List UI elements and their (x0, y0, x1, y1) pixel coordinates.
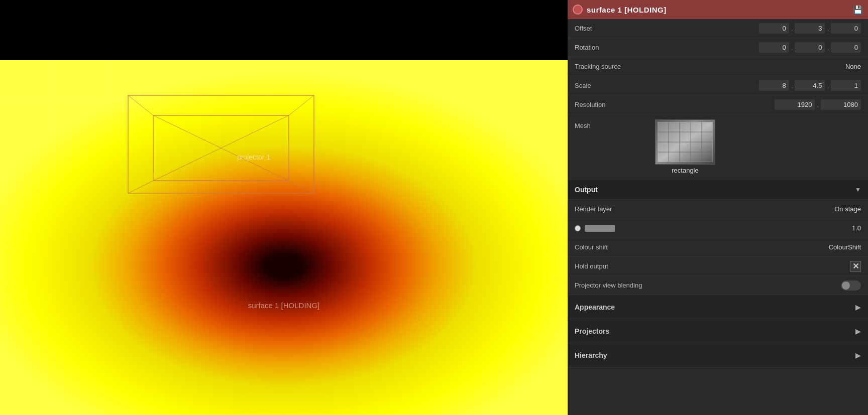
hierarchy-label: Hierarchy (575, 351, 607, 359)
hold-output-controls: ✕ (655, 261, 861, 272)
output-chevron-icon: ▼ (855, 186, 861, 193)
output-section-header[interactable]: Output ▼ (568, 180, 868, 200)
resolution-h-field[interactable] (821, 99, 861, 110)
scale-label: Scale (575, 82, 655, 89)
intensity-value-display: 1.0 (615, 224, 861, 232)
viewport-canvas: projector 1 surface 1 [HOLDING] (0, 60, 568, 415)
tracking-source-label: Tracking source (575, 63, 655, 70)
scale-row: Scale , , (568, 76, 868, 95)
colour-shift-text[interactable]: ColourShift (829, 243, 861, 251)
scale-x-field[interactable] (759, 80, 789, 91)
intensity-controls[interactable] (575, 225, 615, 232)
projector-view-blending-row: Projector view blending (568, 276, 868, 295)
intensity-value: 1.0 (852, 224, 861, 232)
title-bar-left: surface 1 [HOLDING] (573, 5, 667, 15)
save-icon[interactable]: 💾 (853, 5, 863, 15)
hold-output-row: Hold output ✕ (568, 257, 868, 276)
rotation-z-field[interactable] (831, 42, 861, 53)
rotation-values: , , (655, 42, 861, 53)
projectors-section[interactable]: Projectors ▶ (568, 319, 868, 343)
mesh-row: Mesh (568, 114, 868, 180)
render-layer-text[interactable]: On stage (834, 205, 861, 213)
offset-values: , , (655, 23, 861, 34)
svg-rect-17 (128, 95, 314, 193)
intensity-row: 1.0 (568, 219, 868, 238)
projectors-arrow-icon: ▶ (855, 327, 861, 335)
mesh-container[interactable]: rectangle (655, 119, 715, 174)
rotation-x-field[interactable] (759, 42, 789, 53)
resolution-values: , (655, 99, 861, 110)
scale-values: , , (655, 80, 861, 91)
tracking-source-text[interactable]: None (845, 63, 861, 70)
pvb-label: Projector view blending (575, 282, 685, 289)
colour-shift-value: ColourShift (655, 243, 861, 251)
svg-line-20 (289, 95, 314, 115)
intensity-slider[interactable] (585, 225, 615, 232)
surface-label: surface 1 [HOLDING] (0, 301, 568, 310)
title-bar: surface 1 [HOLDING] 💾 (568, 0, 868, 19)
rotation-label: Rotation (575, 44, 655, 51)
svg-line-21 (128, 181, 153, 193)
appearance-arrow-icon: ▶ (855, 303, 861, 311)
projector-label: projector 1 (211, 153, 296, 161)
tracking-source-row: Tracking source None (568, 57, 868, 76)
pvb-toggle-container (685, 281, 861, 291)
resolution-w-field[interactable] (775, 99, 815, 110)
offset-row: Offset , , (568, 19, 868, 38)
offset-x-field[interactable] (759, 23, 789, 34)
colour-shift-row: Colour shift ColourShift (568, 238, 868, 257)
scale-y-field[interactable] (795, 80, 825, 91)
offset-z-field[interactable] (831, 23, 861, 34)
rotation-row: Rotation , , (568, 38, 868, 57)
appearance-section[interactable]: Appearance ▶ (568, 295, 868, 319)
offset-y-field[interactable] (795, 23, 825, 34)
render-layer-label: Render layer (575, 205, 655, 213)
resolution-row: Resolution , (568, 95, 868, 114)
colour-shift-label: Colour shift (575, 243, 655, 251)
resolution-label: Resolution (575, 101, 655, 108)
viewport: projector 1 surface 1 [HOLDING] (0, 0, 568, 415)
mesh-name: rectangle (672, 167, 698, 174)
mesh-thumbnail[interactable] (655, 119, 715, 165)
render-layer-value: On stage (655, 205, 861, 213)
svg-line-19 (128, 95, 153, 115)
appearance-label: Appearance (575, 303, 615, 311)
hold-output-checkbox[interactable]: ✕ (850, 261, 861, 272)
mesh-label: Mesh (575, 119, 655, 129)
right-panel: surface 1 [HOLDING] 💾 Offset , , Rotatio… (568, 0, 868, 415)
hold-output-label: Hold output (575, 262, 655, 270)
hierarchy-section[interactable]: Hierarchy ▶ (568, 343, 868, 367)
offset-label: Offset (575, 25, 655, 32)
output-label: Output (575, 186, 598, 194)
hierarchy-arrow-icon: ▶ (855, 351, 861, 359)
pvb-toggle[interactable] (841, 281, 861, 291)
scale-z-field[interactable] (831, 80, 861, 91)
rotation-y-field[interactable] (795, 42, 825, 53)
tracking-source-value: None (655, 63, 861, 70)
svg-line-22 (289, 181, 314, 193)
render-layer-row: Render layer On stage (568, 200, 868, 219)
projectors-label: Projectors (575, 327, 609, 335)
surface-icon (573, 5, 583, 15)
viewport-black-bar (0, 0, 568, 60)
panel-title: surface 1 [HOLDING] (587, 6, 667, 14)
wireframe-projector (126, 88, 316, 208)
intensity-dot-icon (575, 225, 581, 231)
